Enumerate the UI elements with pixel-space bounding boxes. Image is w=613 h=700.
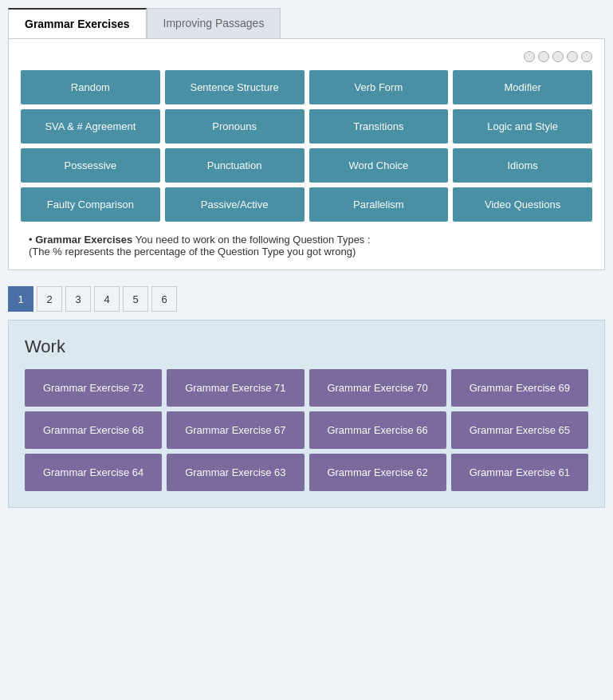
page-btn-5[interactable]: 5: [123, 286, 148, 312]
category-btn-logic-and-style[interactable]: Logic and Style: [453, 109, 592, 144]
category-btn-modifier[interactable]: Modifier: [453, 70, 592, 104]
exercise-btn-grammar-exercise-62[interactable]: Grammar Exercise 62: [309, 454, 446, 491]
page-btn-6[interactable]: 6: [151, 286, 177, 312]
dot-4[interactable]: [567, 51, 578, 62]
exercise-btn-grammar-exercise-65[interactable]: Grammar Exercise 65: [451, 411, 588, 449]
exercise-btn-grammar-exercise-64[interactable]: Grammar Exercise 64: [25, 454, 162, 491]
exercise-btn-grammar-exercise-70[interactable]: Grammar Exercise 70: [309, 369, 446, 407]
main-card: RandomSentence StructureVerb FormModifie…: [8, 38, 605, 270]
dot-5[interactable]: [581, 51, 592, 62]
dot-3[interactable]: [552, 51, 564, 62]
tab-improving-passages[interactable]: Improving Passages: [147, 8, 281, 38]
category-grid: RandomSentence StructureVerb FormModifie…: [21, 70, 592, 222]
category-btn-sentence-structure[interactable]: Sentence Structure: [165, 70, 305, 104]
category-btn-random[interactable]: Random: [21, 70, 160, 104]
info-bold: Grammar Exercises: [35, 234, 132, 246]
exercise-btn-grammar-exercise-61[interactable]: Grammar Exercise 61: [451, 454, 588, 491]
exercise-btn-grammar-exercise-72[interactable]: Grammar Exercise 72: [25, 369, 162, 407]
category-btn-transitions[interactable]: Transitions: [309, 109, 449, 144]
info-text: • Grammar Exercises You need to work on …: [21, 234, 592, 258]
page-btn-3[interactable]: 3: [65, 286, 91, 312]
category-btn-possessive[interactable]: Possessive: [21, 148, 160, 183]
dot-2[interactable]: [538, 51, 549, 62]
dot-1[interactable]: [524, 51, 535, 62]
category-btn-word-choice[interactable]: Word Choice: [309, 148, 449, 183]
dots-navigation: [21, 51, 592, 62]
category-btn-video-questions[interactable]: Video Questions: [453, 187, 592, 222]
exercise-grid: Grammar Exercise 72Grammar Exercise 71Gr…: [25, 369, 588, 491]
work-section: Work Grammar Exercise 72Grammar Exercise…: [8, 320, 605, 508]
exercise-btn-grammar-exercise-66[interactable]: Grammar Exercise 66: [309, 411, 446, 449]
pagination: 123456: [8, 286, 605, 312]
page-btn-4[interactable]: 4: [94, 286, 120, 312]
tab-grammar-exercises[interactable]: Grammar Exercises: [8, 8, 147, 38]
exercise-btn-grammar-exercise-63[interactable]: Grammar Exercise 63: [167, 454, 304, 491]
work-title: Work: [25, 336, 588, 357]
exercise-btn-grammar-exercise-68[interactable]: Grammar Exercise 68: [25, 411, 162, 449]
exercise-btn-grammar-exercise-71[interactable]: Grammar Exercise 71: [167, 369, 304, 407]
page-btn-1[interactable]: 1: [8, 286, 33, 312]
page-btn-2[interactable]: 2: [37, 286, 62, 312]
tab-bar: Grammar Exercises Improving Passages: [8, 8, 605, 38]
category-btn-verb-form[interactable]: Verb Form: [309, 70, 449, 104]
category-btn-punctuation[interactable]: Punctuation: [165, 148, 305, 183]
exercise-btn-grammar-exercise-67[interactable]: Grammar Exercise 67: [167, 411, 304, 449]
category-btn-parallelism[interactable]: Parallelism: [309, 187, 449, 222]
info-line1-rest: You need to work on the following Questi…: [136, 234, 371, 246]
category-btn-faulty-comparison[interactable]: Faulty Comparison: [21, 187, 160, 222]
exercise-btn-grammar-exercise-69[interactable]: Grammar Exercise 69: [451, 369, 588, 407]
info-line2: (The % represents the percentage of the …: [29, 246, 592, 258]
category-btn-idioms[interactable]: Idioms: [453, 148, 592, 183]
category-btn-pronouns[interactable]: Pronouns: [165, 109, 305, 144]
category-btn-sva-agreement[interactable]: SVA & # Agreement: [21, 109, 160, 144]
category-btn-passive-active[interactable]: Passive/Active: [165, 187, 305, 222]
